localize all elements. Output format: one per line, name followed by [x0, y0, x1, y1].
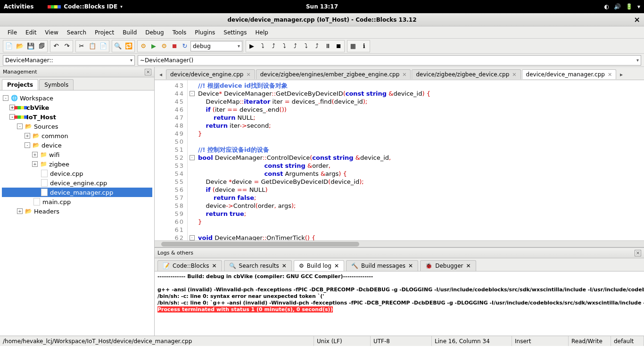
tree-item[interactable]: -📂Sources	[2, 122, 152, 131]
code-content[interactable]: //! 根据device id找到设备对象Device* DeviceManag…	[196, 80, 644, 240]
log-tab-debugger[interactable]: 🐞Debugger✕	[420, 260, 476, 271]
menu-project[interactable]: Project	[91, 27, 118, 38]
build-log-output[interactable]: ------------- Build: debug in cbVike (co…	[155, 272, 644, 336]
undo-button-0[interactable]: ↶	[51, 41, 61, 51]
fold-gutter[interactable]: ---	[188, 80, 196, 240]
build-button-2[interactable]: ⚙	[159, 41, 169, 51]
logs-close-button[interactable]: ×	[635, 250, 641, 256]
tab-close-icon[interactable]: ✕	[512, 72, 516, 78]
battery-icon[interactable]: 🔋	[626, 3, 633, 10]
debug-button-6[interactable]: ⤴	[312, 41, 322, 51]
tree-item[interactable]: device_manager.cpp	[2, 188, 152, 197]
editor-tab[interactable]: device/device_engine.cpp✕	[166, 69, 255, 79]
menu-search[interactable]: Search	[63, 27, 90, 38]
tree-expander-icon[interactable]: -	[17, 123, 23, 129]
build-button-4[interactable]: ↻	[180, 41, 190, 51]
log-tab-build-log[interactable]: ⚙Build log✕	[294, 260, 344, 271]
system-menu-icon[interactable]: ▾	[637, 3, 640, 10]
menu-plugins[interactable]: Plugins	[191, 27, 219, 38]
tree-item[interactable]: +cbVike	[2, 103, 152, 112]
log-tab-code::blocks[interactable]: 📝Code::Blocks✕	[157, 260, 222, 271]
menu-settings[interactable]: Settings	[220, 27, 250, 38]
accessibility-icon[interactable]: ◐	[604, 3, 609, 10]
tree-item[interactable]: +📁zigbee	[2, 159, 152, 169]
debug-button-3[interactable]: ⤵	[279, 41, 289, 51]
tab-close-icon[interactable]: ✕	[246, 72, 250, 78]
edit-button-0[interactable]: ✂	[76, 41, 87, 51]
search-button-0[interactable]: 🔍	[113, 41, 123, 51]
menu-view[interactable]: View	[41, 27, 62, 38]
undo-button-1[interactable]: ↷	[62, 41, 72, 51]
app-menu[interactable]: Code::Blocks IDE ▾	[48, 3, 122, 10]
scope-member-select[interactable]: ~DeviceManager()	[138, 55, 641, 66]
tab-close-icon[interactable]: ✕	[334, 263, 339, 269]
tree-expander-icon[interactable]: -	[3, 95, 8, 101]
tree-item[interactable]: device_engine.cpp	[2, 178, 152, 188]
tree-expander-icon[interactable]: +	[32, 152, 38, 157]
management-close-button[interactable]: ×	[145, 69, 151, 75]
menu-edit[interactable]: Edit	[22, 27, 40, 38]
tree-item[interactable]: +📂Headers	[2, 206, 152, 216]
volume-icon[interactable]: 🔊	[614, 3, 621, 10]
search-button-1[interactable]: 🔁	[124, 41, 134, 51]
tab-nav-next[interactable]: ▸	[617, 69, 626, 80]
tab-close-icon[interactable]: ✕	[402, 72, 406, 78]
debug-button-8[interactable]: ⏹	[333, 41, 344, 51]
tree-item[interactable]: main.cpp	[2, 197, 152, 206]
debug-button-1[interactable]: ⤵	[257, 41, 268, 51]
activities-button[interactable]: Activities	[4, 3, 33, 10]
code-editor[interactable]: 4344454647484950515253545556575859606162…	[155, 80, 644, 240]
file-button-1[interactable]: 📂	[15, 41, 25, 51]
tree-item[interactable]: +📂common	[2, 131, 152, 140]
tab-close-icon[interactable]: ✕	[408, 263, 413, 269]
debug-button-5[interactable]: ⤵	[301, 41, 311, 51]
menu-debug[interactable]: Debug	[141, 27, 167, 38]
build-button-3[interactable]: ⏹	[169, 41, 180, 51]
extra-button-1[interactable]: ℹ	[359, 41, 369, 51]
tree-item[interactable]: -🌐Workspace	[2, 93, 152, 103]
window-close-button[interactable]: ×	[634, 15, 640, 24]
tree-expander-icon[interactable]: +	[25, 133, 30, 139]
build-button-1[interactable]: ▶	[149, 41, 159, 51]
menu-build[interactable]: Build	[119, 27, 140, 38]
build-target-select[interactable]: debug	[190, 41, 242, 51]
editor-hscrollbar[interactable]	[155, 240, 644, 247]
tree-label: wifi	[49, 151, 59, 158]
debug-button-7[interactable]: ⏸	[322, 41, 333, 51]
scope-class-select[interactable]: DeviceManager::	[3, 55, 135, 66]
tree-expander-icon[interactable]: +	[32, 161, 38, 167]
tab-nav-prev[interactable]: ◂	[157, 69, 165, 80]
mgmt-tab-symbols[interactable]: Symbols	[39, 79, 74, 90]
tree-expander-icon[interactable]: +	[17, 208, 23, 214]
file-button-0[interactable]: 📄	[4, 41, 14, 51]
tree-item[interactable]: +📁wifi	[2, 150, 152, 159]
edit-button-1[interactable]: 📋	[87, 41, 98, 51]
extra-button-0[interactable]: ▦	[348, 41, 358, 51]
clock[interactable]: Sun 13:17	[306, 3, 338, 10]
log-tab-build-messages[interactable]: 🔨Build messages✕	[346, 260, 418, 271]
editor-tab[interactable]: device/zigbee/engines/ember_zigbee_engin…	[256, 69, 411, 79]
build-button-0[interactable]: ⚙	[138, 41, 149, 51]
debug-button-0[interactable]: ▶	[247, 41, 257, 51]
tab-close-icon[interactable]: ✕	[608, 72, 612, 78]
debug-button-2[interactable]: ⤴	[268, 41, 279, 51]
editor-tab[interactable]: device/device_manager.cpp✕	[522, 69, 617, 79]
tree-item[interactable]: -IoT_Host	[2, 112, 152, 122]
debug-button-4[interactable]: ⤴	[290, 41, 300, 51]
file-button-3[interactable]: 🗐	[36, 41, 47, 51]
file-button-2[interactable]: 💾	[25, 41, 36, 51]
menu-file[interactable]: File	[4, 27, 21, 38]
project-tree[interactable]: -🌐Workspace+cbVike-IoT_Host-📂Sources+📂co…	[0, 90, 154, 336]
editor-tab[interactable]: device/zigbee/zigbee_device.cpp✕	[412, 69, 520, 79]
menu-tools[interactable]: Tools	[169, 27, 190, 38]
tab-close-icon[interactable]: ✕	[282, 263, 287, 269]
tab-close-icon[interactable]: ✕	[212, 263, 217, 269]
tree-item[interactable]: -📂device	[2, 140, 152, 150]
menu-help[interactable]: Help	[251, 27, 272, 38]
tab-close-icon[interactable]: ✕	[466, 263, 471, 269]
edit-button-2[interactable]: 📄	[98, 41, 108, 51]
tree-expander-icon[interactable]: -	[25, 142, 30, 148]
tree-item[interactable]: device.cpp	[2, 169, 152, 178]
mgmt-tab-projects[interactable]: Projects	[2, 79, 38, 90]
log-tab-search-results[interactable]: 🔍Search results✕	[224, 260, 292, 271]
